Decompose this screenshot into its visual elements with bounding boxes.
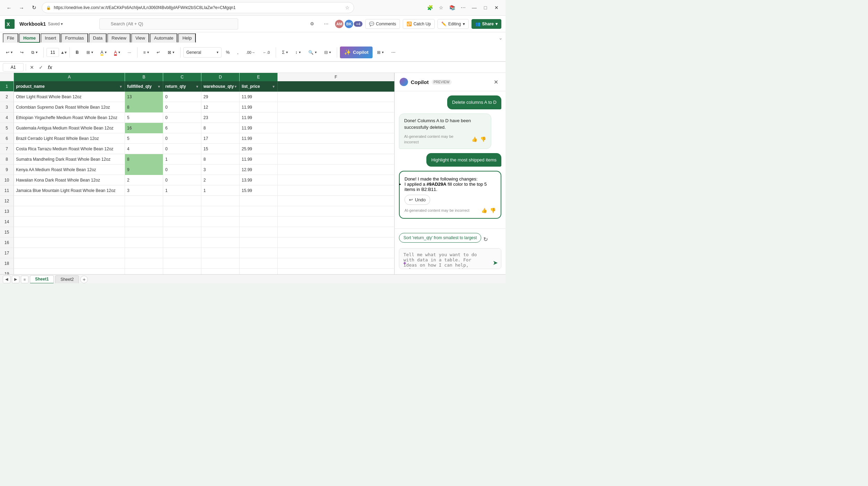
comma-button[interactable]: ,	[234, 46, 241, 59]
cell-f-13[interactable]	[278, 206, 394, 217]
cell-d-19[interactable]	[201, 269, 240, 274]
sheet-tab-2[interactable]: Sheet2	[55, 275, 79, 284]
tab-automate[interactable]: Automate	[150, 33, 178, 43]
cell-f-3[interactable]	[278, 102, 394, 112]
col-header-c[interactable]: C	[163, 73, 201, 81]
cell-c-5[interactable]: 6	[163, 123, 201, 133]
cell-c-18[interactable]	[163, 258, 201, 269]
header-cell-b[interactable]: fullfilled_qty ▼	[125, 81, 163, 92]
cell-f-8[interactable]	[278, 154, 394, 165]
cell-c-14[interactable]	[163, 217, 201, 227]
col-row-format-button[interactable]: ⊞▾	[374, 46, 387, 59]
more-options-button[interactable]: ⋯	[320, 18, 332, 30]
cell-f-15[interactable]	[278, 227, 394, 237]
cell-d-14[interactable]	[201, 217, 240, 227]
sheet-tab-1[interactable]: Sheet1	[30, 275, 54, 284]
cell-c-19[interactable]	[163, 269, 201, 274]
row-num-7[interactable]: 7	[0, 144, 14, 154]
add-sheet-button[interactable]: +	[80, 276, 88, 283]
cell-a-4[interactable]: Ethiopian Yirgacheffe Medium Roast Whole…	[14, 112, 125, 123]
cell-e-15[interactable]	[240, 227, 278, 237]
send-button[interactable]: ➤	[493, 259, 498, 267]
cell-reference-input[interactable]	[3, 63, 24, 72]
share-button[interactable]: 👥 Share ▾	[471, 19, 501, 29]
thumbs-up-button-2[interactable]: 👍	[481, 208, 487, 213]
redo-button[interactable]: ↪	[17, 46, 27, 59]
header-cell-c[interactable]: return_qty ▼	[163, 81, 201, 92]
cell-f-12[interactable]	[278, 196, 394, 206]
cell-d-11[interactable]: 1	[201, 185, 240, 196]
cell-b-10[interactable]: 2	[125, 175, 163, 185]
row-num-6[interactable]: 6	[0, 133, 14, 144]
header-search[interactable]: 🔍	[99, 18, 238, 30]
sheet-nav-right[interactable]: ▶	[12, 276, 19, 283]
cell-e-10[interactable]: 13.99	[240, 175, 278, 185]
tab-help[interactable]: Help	[178, 33, 196, 43]
refresh-button[interactable]: ↻	[29, 3, 39, 12]
cell-e-5[interactable]: 11.99	[240, 123, 278, 133]
header-cell-d[interactable]: warehouse_qty ▼	[201, 81, 240, 92]
copilot-ribbon-button[interactable]: ✨ Copilot	[340, 47, 373, 58]
cell-c-10[interactable]: 0	[163, 175, 201, 185]
cell-e-11[interactable]: 15.99	[240, 185, 278, 196]
cell-d-10[interactable]: 2	[201, 175, 240, 185]
cell-f-2[interactable]	[278, 92, 394, 102]
ribbon-collapse-button[interactable]: ⌄	[499, 35, 503, 41]
minimize-button[interactable]: —	[469, 3, 479, 12]
align-button[interactable]: ≡▾	[140, 46, 152, 59]
cell-d-2[interactable]: 29	[201, 92, 240, 102]
cell-a-13[interactable]	[14, 206, 125, 217]
row-num-4[interactable]: 4	[0, 112, 14, 123]
forward-button[interactable]: →	[17, 3, 26, 12]
col-header-d[interactable]: D	[201, 73, 240, 81]
cell-c-15[interactable]	[163, 227, 201, 237]
cell-a-7[interactable]: Costa Rica Tarrazu Medium Roast Whole Be…	[14, 144, 125, 154]
border-button[interactable]: ⊞▾	[83, 46, 96, 59]
font-color-button[interactable]: A ▾	[111, 46, 123, 59]
cell-d-5[interactable]: 8	[201, 123, 240, 133]
header-cell-a[interactable]: product_name ▼	[14, 81, 125, 92]
editing-button[interactable]: ✏️ Editing ▾	[437, 19, 469, 29]
cell-d-17[interactable]	[201, 248, 240, 258]
bold-button[interactable]: B	[73, 46, 82, 59]
row-num-11[interactable]: 11	[0, 185, 14, 196]
cell-e-6[interactable]: 11.99	[240, 133, 278, 144]
sort-button[interactable]: ↕▾	[292, 46, 304, 59]
cell-a-18[interactable]	[14, 258, 125, 269]
cell-f-16[interactable]	[278, 237, 394, 248]
row-num-14[interactable]: 14	[0, 217, 14, 227]
formula-accept-button[interactable]: ✓	[37, 64, 45, 71]
cell-b-4[interactable]: 5	[125, 112, 163, 123]
wrap-button[interactable]: ↵	[153, 46, 163, 59]
cell-d-4[interactable]: 23	[201, 112, 240, 123]
col-header-b[interactable]: B	[125, 73, 163, 81]
tab-review[interactable]: Review	[107, 33, 131, 43]
cell-b-15[interactable]	[125, 227, 163, 237]
formula-fx-button[interactable]: fx	[46, 64, 54, 71]
cell-e-14[interactable]	[240, 217, 278, 227]
sparkle-button[interactable]: ✦	[402, 260, 407, 267]
row-num-17[interactable]: 17	[0, 248, 14, 258]
thumbs-down-button-1[interactable]: 👎	[480, 136, 486, 142]
row-num-2[interactable]: 2	[0, 92, 14, 102]
cell-c-7[interactable]: 0	[163, 144, 201, 154]
cell-a-10[interactable]: Hawaiian Kona Dark Roast Whole Bean 12oz	[14, 175, 125, 185]
cell-b-16[interactable]	[125, 237, 163, 248]
cell-b-12[interactable]	[125, 196, 163, 206]
cell-e-13[interactable]	[240, 206, 278, 217]
row-num-8[interactable]: 8	[0, 154, 14, 165]
cell-d-15[interactable]	[201, 227, 240, 237]
sheet-view-button[interactable]: ⊟▾	[321, 46, 334, 59]
cell-d-13[interactable]	[201, 206, 240, 217]
thumbs-down-button-2[interactable]: 👎	[490, 208, 496, 213]
col-header-a[interactable]: A	[14, 73, 125, 81]
cell-a-14[interactable]	[14, 217, 125, 227]
cell-b-14[interactable]	[125, 217, 163, 227]
row-num-13[interactable]: 13	[0, 206, 14, 217]
saved-status[interactable]: Saved ▾	[48, 22, 63, 26]
cell-d-9[interactable]: 3	[201, 165, 240, 175]
cell-d-3[interactable]: 12	[201, 102, 240, 112]
row-num-15[interactable]: 15	[0, 227, 14, 237]
tab-view[interactable]: View	[131, 33, 149, 43]
cell-e-7[interactable]: 25.99	[240, 144, 278, 154]
